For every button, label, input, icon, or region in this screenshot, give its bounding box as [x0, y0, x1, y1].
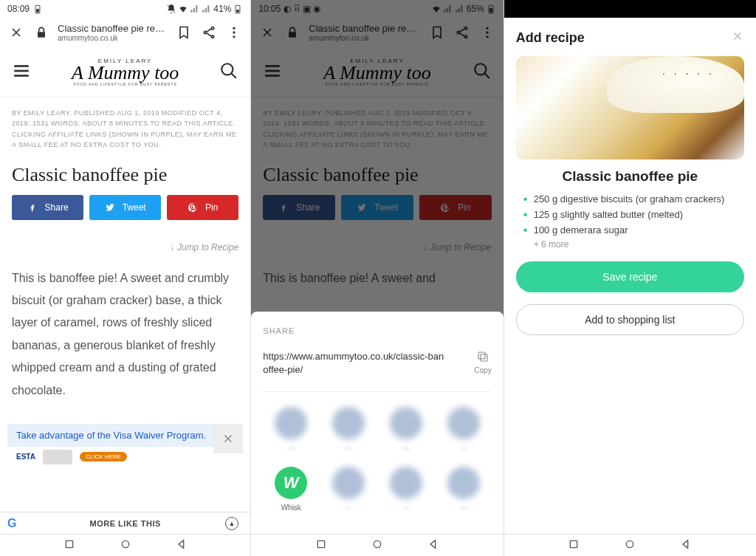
nav-recent-icon[interactable]: [63, 538, 75, 553]
share-target-contact2[interactable]: —: [323, 407, 374, 452]
ingredient-item: 100 g demerara sugar: [523, 223, 737, 238]
svg-rect-43: [481, 354, 487, 361]
hamburger-icon[interactable]: [12, 61, 31, 83]
share-twitter-button[interactable]: Tweet: [89, 195, 161, 220]
chevron-up-icon: ▲: [225, 517, 238, 530]
post-body: This is banoffee pie! A sweet and crumbl…: [0, 260, 250, 409]
svg-point-19: [222, 64, 233, 75]
ad-close-button[interactable]: [213, 424, 243, 453]
ingredient-item: 125 g slightly salted butter (melted): [523, 207, 737, 223]
battery-icon: [233, 4, 243, 14]
share-url[interactable]: https://www.amummytoo.co.uk/classic-bano…: [263, 350, 447, 377]
phone-2: 10:05 ◐ ⠿ ▣ ◉ 65% Classic banoffee pie r…: [251, 0, 503, 556]
battery-small-icon: [32, 4, 43, 14]
share-pinterest-button[interactable]: Pin: [167, 195, 238, 220]
wifi-icon: [178, 4, 188, 14]
lock-icon: [32, 25, 50, 40]
share-sheet: SHARE https://www.amummytoo.co.uk/classi…: [251, 312, 503, 534]
add-to-shopping-list-button[interactable]: Add to shopping list: [516, 304, 744, 335]
more-like-this-bar[interactable]: G MORE LIKE THIS ▲: [0, 512, 250, 534]
share-target-contact3[interactable]: —: [381, 407, 431, 452]
share-facebook-button[interactable]: Share: [12, 195, 83, 220]
svg-line-12: [207, 33, 212, 36]
jump-to-recipe-link[interactable]: ↓ Jump to Recipe: [0, 227, 250, 260]
svg-point-46: [374, 540, 380, 547]
app-icon: [332, 467, 365, 499]
svg-rect-44: [478, 352, 485, 359]
search-icon[interactable]: [219, 61, 238, 83]
app-label: —: [460, 504, 467, 512]
svg-line-20: [232, 73, 237, 78]
svg-rect-23: [66, 540, 72, 547]
ad-banner[interactable]: Take advantage of the Visa Waiver Progra…: [7, 424, 243, 467]
save-recipe-button[interactable]: Save recipe: [516, 261, 744, 292]
share-target-contact4[interactable]: —: [439, 407, 489, 452]
app-label: —: [287, 444, 295, 452]
recipe-title: Classic banoffee pie: [516, 168, 744, 185]
svg-point-8: [212, 27, 214, 30]
ingredient-item: 250 g digestive biscuits (or graham crac…: [523, 192, 737, 207]
phone-3: Add recipe Classic banoffee pie 250 g di…: [504, 0, 756, 556]
app-icon: [447, 407, 480, 439]
app-icon: [390, 467, 422, 499]
page-title: Classic banoffee pie reci…: [58, 23, 168, 34]
share-target-contact1[interactable]: —: [266, 407, 316, 452]
status-time: 08:09: [7, 4, 30, 14]
nav-back-icon[interactable]: [680, 538, 692, 553]
share-target-slack[interactable]: —: [323, 467, 374, 512]
blog-logo[interactable]: EMILY LEARY A Mummy too FOOD AND LIFESTY…: [72, 58, 179, 86]
status-bar: [504, 0, 756, 18]
nav-home-icon[interactable]: [624, 538, 636, 553]
app-icon: [447, 467, 480, 499]
recipe-hero-image: [516, 56, 744, 159]
status-bar: 08:09 41%: [0, 0, 250, 18]
svg-rect-7: [38, 32, 45, 37]
nav-recent-icon[interactable]: [315, 538, 327, 553]
nav-home-icon[interactable]: [371, 538, 383, 553]
page-domain: amummytoo.co.uk: [58, 34, 168, 42]
battery-pct: 41%: [213, 4, 231, 14]
svg-point-15: [233, 35, 236, 38]
nav-recent-icon[interactable]: [568, 538, 580, 553]
page-title-area[interactable]: Classic banoffee pie reci… amummytoo.co.…: [58, 23, 168, 42]
ingredient-list: 250 g digestive biscuits (or graham crac…: [516, 192, 744, 238]
share-target-gmail[interactable]: —: [381, 467, 431, 512]
svg-rect-4: [237, 10, 240, 13]
app-label: —: [402, 444, 410, 452]
signal-icon: [202, 4, 212, 14]
phone-1: 08:09 41% Classic banoffee pie reci… amu…: [0, 0, 250, 556]
svg-point-50: [627, 540, 633, 547]
app-label: —: [460, 444, 467, 452]
app-label: —: [402, 504, 410, 512]
app-label: —: [345, 444, 352, 452]
bookmark-icon[interactable]: [175, 25, 193, 40]
post-title: Classic banoffee pie: [0, 161, 250, 195]
nav-back-icon[interactable]: [176, 538, 188, 553]
nav-back-icon[interactable]: [427, 538, 439, 553]
nav-home-icon[interactable]: [120, 538, 131, 553]
google-icon: G: [7, 517, 17, 530]
svg-point-10: [212, 35, 214, 38]
app-icon: [332, 407, 365, 439]
signal-icon: [190, 4, 200, 14]
add-recipe-modal: Add recipe Classic banoffee pie 250 g di…: [504, 18, 756, 556]
share-icon[interactable]: [200, 25, 218, 40]
svg-line-11: [207, 29, 212, 32]
bell-off-icon: [166, 4, 176, 14]
close-icon[interactable]: [731, 30, 744, 46]
more-icon[interactable]: [225, 25, 243, 40]
svg-rect-1: [36, 9, 39, 13]
close-tab-icon[interactable]: [7, 25, 25, 40]
app-icon: W: [275, 467, 307, 499]
share-sheet-label: SHARE: [263, 326, 491, 335]
app-icon: [275, 407, 307, 439]
ingredients-more[interactable]: + 6 more: [516, 239, 744, 250]
svg-point-9: [205, 31, 207, 33]
share-target-twitter[interactable]: —: [439, 467, 489, 512]
copy-button[interactable]: Copy: [474, 350, 491, 374]
blog-header: EMILY LEARY A Mummy too FOOD AND LIFESTY…: [0, 47, 250, 97]
svg-rect-49: [571, 540, 577, 547]
app-label: Whisk: [281, 504, 301, 512]
share-target-whisk[interactable]: WWhisk: [266, 467, 316, 512]
modal-title: Add recipe: [516, 30, 585, 46]
